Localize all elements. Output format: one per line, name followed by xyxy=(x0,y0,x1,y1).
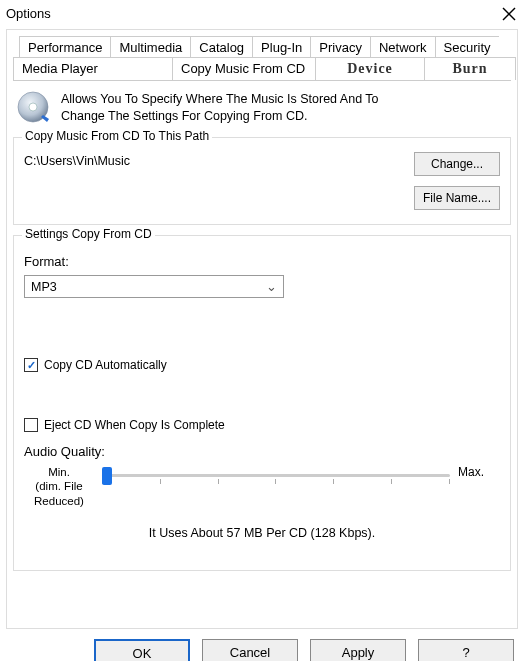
tab-catalog[interactable]: Catalog xyxy=(190,36,253,58)
eject-cd-checkbox[interactable] xyxy=(24,418,38,432)
tab-media-player[interactable]: Media Player xyxy=(13,57,173,80)
format-select-value: MP3 xyxy=(31,280,57,294)
format-label: Format: xyxy=(24,254,500,269)
cancel-button[interactable]: Cancel xyxy=(202,639,298,661)
group-settings: Settings Copy From CD Format: MP3 ⌄ Copy… xyxy=(13,235,511,571)
tab-privacy[interactable]: Privacy xyxy=(310,36,371,58)
help-button[interactable]: ? xyxy=(418,639,514,661)
tab-device[interactable]: Device xyxy=(315,57,425,80)
window-title: Options xyxy=(6,6,51,21)
tab-multimedia[interactable]: Multimedia xyxy=(110,36,191,58)
svg-point-3 xyxy=(29,103,37,111)
group-settings-legend: Settings Copy From CD xyxy=(22,227,155,241)
copy-path-value: C:\Users\Vin\Music xyxy=(24,152,130,168)
audio-quality-label: Audio Quality: xyxy=(24,444,500,459)
tab-security[interactable]: Security xyxy=(435,36,499,58)
copy-automatically-checkbox[interactable] xyxy=(24,358,38,372)
tab-network[interactable]: Network xyxy=(370,36,436,58)
slider-max-label: Max. xyxy=(458,465,500,479)
group-copy-path-legend: Copy Music From CD To This Path xyxy=(22,129,212,143)
apply-button[interactable]: Apply xyxy=(310,639,406,661)
chevron-down-icon: ⌄ xyxy=(266,279,277,294)
usage-text: It Uses About 57 MB Per CD (128 Kbps). xyxy=(24,526,500,556)
eject-cd-label: Eject CD When Copy Is Complete xyxy=(44,418,225,432)
file-name-button[interactable]: File Name.... xyxy=(414,186,500,210)
tab-plugin[interactable]: Plug-In xyxy=(252,36,311,58)
slider-thumb[interactable] xyxy=(102,467,112,485)
audio-quality-slider[interactable] xyxy=(102,465,450,489)
tab-burn[interactable]: Burn xyxy=(424,57,516,80)
copy-automatically-label: Copy CD Automatically xyxy=(44,358,167,372)
slider-min-label: Min. (dim. File Reduced) xyxy=(24,465,94,508)
group-copy-path: Copy Music From CD To This Path C:\Users… xyxy=(13,137,511,225)
close-icon[interactable] xyxy=(502,7,516,21)
tab-performance[interactable]: Performance xyxy=(19,36,111,58)
format-select[interactable]: MP3 ⌄ xyxy=(24,275,284,298)
change-path-button[interactable]: Change... xyxy=(414,152,500,176)
ok-button[interactable]: OK xyxy=(94,639,190,661)
cd-icon xyxy=(15,89,51,125)
tab-copy-music-from-cd[interactable]: Copy Music From CD xyxy=(172,57,316,80)
intro-text: Allows You To Specify Where The Music Is… xyxy=(61,89,379,125)
